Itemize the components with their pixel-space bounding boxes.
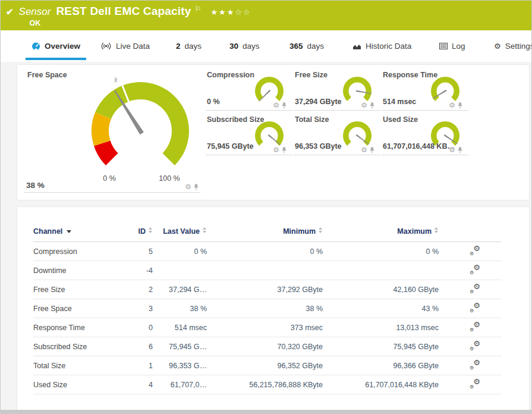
pin-icon[interactable] bbox=[282, 102, 287, 109]
maximum-cell: 43 % bbox=[328, 299, 443, 318]
ok-check-icon: ✔ bbox=[6, 7, 14, 17]
tab-live-data[interactable]: Live Data bbox=[95, 30, 156, 62]
channels-table: Channel ID Last Value Minimum Maximum Co… bbox=[33, 222, 502, 394]
tab-label: days bbox=[307, 42, 325, 51]
channel-name-cell: Response Time bbox=[33, 318, 137, 337]
channel-name-cell: Total Size bbox=[33, 356, 137, 375]
channels-table-panel: Channel ID Last Value Minimum Maximum Co… bbox=[17, 206, 530, 410]
free-space-gauge-tile: Free Space x̄ 0 % 100 % 38 % ⚙ bbox=[24, 69, 200, 193]
gear-icon[interactable]: ⚙ bbox=[361, 102, 367, 109]
minimum-cell: 96,352 GByte bbox=[212, 356, 328, 375]
pin-icon[interactable] bbox=[458, 147, 462, 153]
gear-icon[interactable]: ⚙ bbox=[449, 146, 455, 153]
channel-settings-icon[interactable]: ⚙⚙ bbox=[470, 246, 480, 255]
gear-icon[interactable]: ⚙ bbox=[361, 146, 367, 153]
tab-label: days bbox=[243, 42, 260, 51]
sensor-title: REST Dell EMC Capacity bbox=[56, 5, 191, 18]
svg-text:x̄: x̄ bbox=[114, 76, 118, 83]
minimum-cell: 373 msec bbox=[212, 318, 328, 337]
channel-settings-icon[interactable]: ⚙⚙ bbox=[470, 322, 480, 331]
tab-bar: Overview Live Data 2 days 30 days 365 da… bbox=[1, 30, 531, 62]
channel-title: Total Size bbox=[295, 115, 329, 124]
channel-name-cell: Free Space bbox=[33, 299, 137, 318]
id-cell: 1 bbox=[137, 356, 161, 375]
channel-settings-icon[interactable]: ⚙⚙ bbox=[470, 303, 480, 312]
channel-name-cell: Downtime bbox=[33, 261, 137, 280]
channel-last-value: 514 msec bbox=[383, 98, 416, 106]
star-rating[interactable]: ★★★☆☆ bbox=[210, 8, 251, 17]
channel-last-value: 0 % bbox=[207, 98, 220, 106]
prtg-sensor-page: ✔ Sensor REST Dell EMC Capacity ⚐ ★★★☆☆ … bbox=[0, 0, 532, 414]
minimum-cell: 70,320 GByte bbox=[212, 337, 328, 356]
pin-icon[interactable] bbox=[370, 102, 374, 109]
pin-icon[interactable] bbox=[458, 102, 462, 109]
tab-label: Historic Data bbox=[366, 42, 411, 51]
last-value-cell: 514 msec bbox=[161, 318, 212, 337]
id-cell: 6 bbox=[137, 337, 161, 356]
tab-log[interactable]: Log bbox=[433, 30, 471, 62]
pin-icon[interactable] bbox=[370, 147, 374, 153]
sort-desc-icon bbox=[67, 230, 71, 233]
col-header-minimum[interactable]: Minimum bbox=[212, 222, 328, 242]
minimum-cell: 56,215,786,888 KByte bbox=[212, 375, 328, 394]
table-row: Compression 5 0 % 0 % 0 % ⚙⚙ bbox=[33, 242, 502, 261]
table-row: Free Space 3 38 % 38 % 43 % ⚙⚙ bbox=[33, 299, 502, 318]
pin-icon[interactable] bbox=[194, 184, 199, 190]
id-cell: -4 bbox=[137, 261, 161, 280]
gear-icon[interactable]: ⚙ bbox=[273, 102, 279, 109]
channel-settings-icon[interactable]: ⚙⚙ bbox=[470, 360, 480, 369]
channel-settings-icon[interactable]: ⚙⚙ bbox=[470, 380, 480, 388]
mini-gauge-grid: Compression 0 % ⚙ Free Size 37,294 GB bbox=[206, 69, 479, 155]
maximum-cell: 61,707,016,448 KByte bbox=[328, 375, 443, 394]
last-value-cell: 38 % bbox=[161, 299, 212, 318]
table-header-row: Channel ID Last Value Minimum Maximum bbox=[33, 222, 502, 242]
table-row: Subscribed Size 6 75,945 G… 70,320 GByte… bbox=[33, 337, 502, 356]
tab-2-days[interactable]: 2 days bbox=[170, 30, 207, 62]
channel-settings-icon[interactable]: ⚙⚙ bbox=[470, 265, 480, 274]
tab-overview[interactable]: Overview bbox=[26, 30, 86, 62]
channel-settings-icon[interactable]: ⚙⚙ bbox=[470, 341, 480, 350]
tab-label: Log bbox=[452, 42, 465, 51]
minimum-cell: 38 % bbox=[212, 299, 328, 318]
log-list-icon bbox=[439, 43, 448, 49]
channel-last-value: 61,707,016,448 KB… bbox=[383, 142, 455, 150]
id-cell: 3 bbox=[137, 299, 161, 318]
last-value-cell: 0 % bbox=[161, 242, 212, 261]
last-value-cell: 61,707,0… bbox=[161, 375, 212, 394]
col-header-last-value[interactable]: Last Value bbox=[161, 222, 212, 242]
minimum-cell bbox=[212, 261, 328, 280]
id-cell: 2 bbox=[137, 280, 161, 299]
tab-30-days[interactable]: 30 days bbox=[223, 30, 266, 62]
table-row: Downtime -4 ⚙⚙ bbox=[33, 261, 502, 280]
mini-gauge-tile-compression: Compression 0 % ⚙ bbox=[206, 69, 292, 111]
object-kind-label: Sensor bbox=[19, 6, 51, 18]
gauges-panel: Free Space x̄ 0 % 100 % 38 % ⚙ Compressi… bbox=[17, 64, 530, 200]
maximum-cell: 42,160 GByte bbox=[328, 280, 443, 299]
last-value-cell: 75,945 G… bbox=[161, 337, 212, 356]
mini-gauge-tile-used-size: Used Size 61,707,016,448 KB… ⚙ bbox=[382, 114, 468, 155]
pin-icon[interactable] bbox=[282, 147, 287, 153]
channel-name-cell: Free Size bbox=[33, 280, 137, 299]
tab-historic-data[interactable]: Historic Data bbox=[347, 30, 417, 62]
maximum-cell: 13,013 msec bbox=[328, 318, 443, 337]
gear-icon[interactable]: ⚙ bbox=[273, 146, 279, 153]
col-header-channel[interactable]: Channel bbox=[33, 222, 137, 242]
channel-last-value: 75,945 GByte bbox=[207, 142, 254, 150]
mini-gauge-tile-subscribed-size: Subscribed Size 75,945 GByte ⚙ bbox=[206, 114, 292, 155]
channel-title: Used Size bbox=[383, 115, 418, 124]
channel-last-value: 38 % bbox=[26, 181, 45, 190]
maximum-cell: 96,366 GByte bbox=[328, 356, 443, 375]
sort-icon bbox=[203, 227, 207, 233]
channel-settings-icon[interactable]: ⚙⚙ bbox=[470, 284, 480, 293]
horizontal-scrollbar[interactable] bbox=[1, 410, 531, 413]
tab-settings[interactable]: ⚙ Settings bbox=[488, 30, 532, 62]
status-badge: OK bbox=[30, 19, 251, 27]
gear-icon[interactable]: ⚙ bbox=[449, 102, 455, 109]
gear-icon[interactable]: ⚙ bbox=[185, 183, 191, 190]
tab-365-days[interactable]: 365 days bbox=[284, 30, 330, 62]
col-header-maximum[interactable]: Maximum bbox=[328, 222, 443, 242]
priority-flag-icon[interactable]: ⚐ bbox=[195, 5, 202, 13]
maximum-cell bbox=[328, 261, 443, 280]
table-row: Free Size 2 37,294 G… 37,292 GByte 42,16… bbox=[33, 280, 502, 299]
col-header-id[interactable]: ID bbox=[137, 222, 161, 242]
